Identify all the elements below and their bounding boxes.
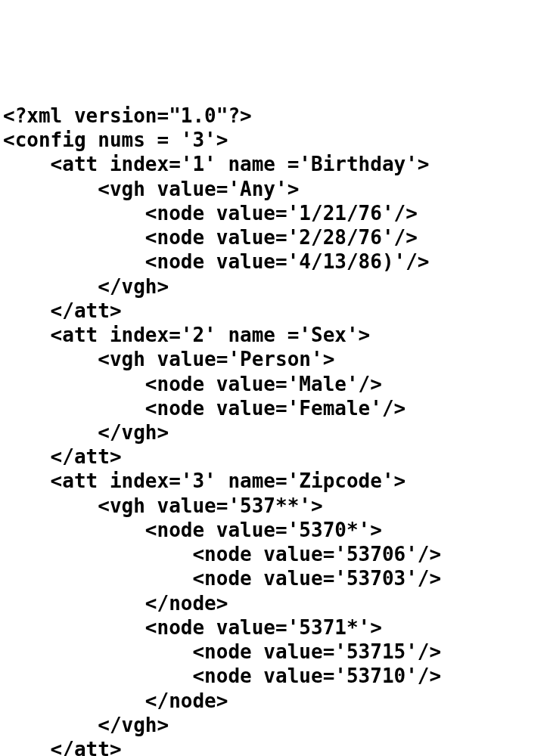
code-line: <node value='53706'/>	[3, 542, 547, 566]
code-line: <att index='2' name ='Sex'>	[3, 323, 547, 347]
code-line: </att>	[3, 445, 547, 469]
code-line: </vgh>	[3, 420, 547, 445]
code-line: </att>	[3, 737, 547, 756]
code-line: <att index='1' name ='Birthday'>	[3, 152, 547, 176]
code-line: <vgh value='537**'>	[3, 494, 547, 518]
code-line: <node value='5370*'>	[3, 518, 547, 542]
code-line: </node>	[3, 689, 547, 713]
code-line: </att>	[3, 299, 547, 323]
code-line: </node>	[3, 591, 547, 615]
code-line: <vgh value='Person'>	[3, 347, 547, 371]
code-line: <node value='53715'/>	[3, 640, 547, 664]
code-line: <?xml version="1.0"?>	[3, 104, 547, 128]
code-line: <att index='3' name='Zipcode'>	[3, 469, 547, 493]
code-line: <node value='4/13/86)'/>	[3, 249, 547, 274]
code-line: </vgh>	[3, 274, 547, 299]
code-line: <vgh value='Any'>	[3, 177, 547, 201]
code-line: <node value='1/21/76'/>	[3, 201, 547, 225]
code-line: <node value='5371*'>	[3, 615, 547, 640]
code-line: <node value='53703'/>	[3, 566, 547, 590]
code-line: <node value='Female'/>	[3, 396, 547, 420]
code-line: <config nums = '3'>	[3, 128, 547, 152]
xml-code-block: <?xml version="1.0"?><config nums = '3'>…	[3, 104, 547, 756]
code-line: <node value='Male'/>	[3, 372, 547, 396]
code-line: </vgh>	[3, 713, 547, 737]
code-line: <node value='2/28/76'/>	[3, 225, 547, 249]
code-line: <node value='53710'/>	[3, 664, 547, 688]
